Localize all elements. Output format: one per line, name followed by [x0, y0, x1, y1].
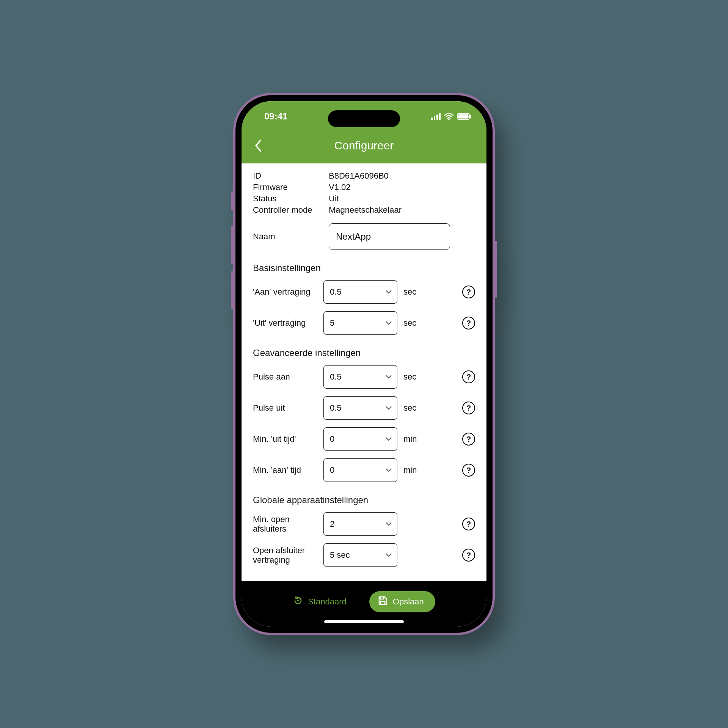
on-delay-value: 0.5 — [330, 287, 342, 297]
svg-rect-6 — [458, 115, 469, 119]
save-button[interactable]: Opslaan — [369, 591, 435, 612]
back-button[interactable] — [251, 138, 266, 153]
min-off-help[interactable]: ? — [462, 433, 475, 446]
pulse-off-value: 0.5 — [330, 403, 342, 413]
min-off-label: Min. 'uit tijd' — [253, 434, 317, 444]
chevron-down-icon — [386, 468, 392, 472]
on-delay-select[interactable]: 0.5 — [323, 280, 397, 304]
reset-default-label: Standaard — [308, 597, 347, 607]
cellular-icon — [431, 113, 441, 120]
info-id-label: ID — [253, 171, 329, 181]
open-delay-label: Open afsluiter vertraging — [253, 546, 317, 565]
status-time: 09:41 — [264, 111, 287, 122]
content-area: ID B8D61A6096B0 Firmware V1.02 Status Ui… — [242, 163, 486, 581]
name-label: Naam — [253, 232, 321, 242]
pulse-on-unit: sec — [403, 372, 422, 382]
min-off-value: 0 — [330, 434, 334, 444]
min-on-value: 0 — [330, 465, 334, 475]
home-indicator — [324, 620, 404, 623]
side-button — [231, 191, 233, 210]
wifi-icon — [444, 113, 454, 120]
min-open-select[interactable]: 2 — [323, 512, 397, 536]
info-mode-label: Controller mode — [253, 205, 329, 215]
info-id-value: B8D61A6096B0 — [329, 171, 475, 181]
min-off-unit: min — [403, 434, 422, 444]
min-open-help[interactable]: ? — [462, 518, 475, 530]
chevron-down-icon — [386, 321, 392, 325]
pulse-off-select[interactable]: 0.5 — [323, 396, 397, 420]
off-delay-help[interactable]: ? — [462, 317, 475, 329]
chevron-down-icon — [386, 290, 392, 294]
chevron-down-icon — [386, 406, 392, 410]
section-advanced-title: Geavanceerde instellingen — [253, 348, 475, 358]
svg-point-8 — [297, 600, 299, 601]
info-status-value: Uit — [329, 194, 475, 204]
info-fw-label: Firmware — [253, 182, 329, 192]
info-mode-value: Magneetschakelaar — [329, 205, 475, 215]
on-delay-help[interactable]: ? — [462, 286, 475, 298]
name-input-value: NextApp — [336, 231, 371, 242]
section-basic-title: Basisinstellingen — [253, 263, 475, 273]
battery-icon — [457, 113, 471, 120]
off-delay-unit: sec — [403, 318, 422, 328]
info-fw-value: V1.02 — [329, 182, 475, 192]
pulse-on-label: Pulse aan — [253, 372, 317, 382]
off-delay-select[interactable]: 5 — [323, 311, 397, 335]
device-info: ID B8D61A6096B0 Firmware V1.02 Status Ui… — [253, 171, 475, 215]
min-on-help[interactable]: ? — [462, 464, 475, 477]
pulse-on-help[interactable]: ? — [462, 370, 475, 383]
chevron-down-icon — [386, 437, 392, 441]
open-delay-value: 5 sec — [330, 550, 350, 560]
volume-up-button — [231, 226, 233, 264]
off-delay-label: 'Uit' vertraging — [253, 318, 317, 328]
svg-rect-2 — [436, 115, 438, 120]
on-delay-label: 'Aan' vertraging — [253, 287, 317, 297]
min-on-unit: min — [403, 465, 422, 475]
chevron-down-icon — [386, 522, 392, 526]
svg-rect-3 — [439, 113, 441, 120]
volume-down-button — [231, 271, 233, 309]
pulse-off-help[interactable]: ? — [462, 402, 475, 414]
min-open-value: 2 — [330, 519, 334, 529]
chevron-down-icon — [386, 553, 392, 557]
power-button — [495, 241, 497, 298]
pulse-on-select[interactable]: 0.5 — [323, 365, 397, 389]
pulse-off-label: Pulse uit — [253, 403, 317, 413]
open-delay-help[interactable]: ? — [462, 549, 475, 562]
page-title: Configureer — [242, 139, 486, 152]
footer-bar: Standaard Opslaan — [242, 581, 486, 627]
dynamic-island — [328, 110, 400, 127]
restore-icon — [293, 595, 303, 608]
save-icon — [378, 596, 388, 608]
name-input[interactable]: NextApp — [329, 223, 450, 250]
pulse-off-unit: sec — [403, 403, 422, 413]
section-global-title: Globale apparaatinstellingen — [253, 495, 475, 505]
info-status-label: Status — [253, 194, 329, 204]
chevron-down-icon — [386, 375, 392, 379]
svg-rect-7 — [470, 115, 471, 118]
off-delay-value: 5 — [330, 318, 334, 328]
min-open-label: Min. open afsluiters — [253, 515, 317, 534]
min-on-label: Min. 'aan' tijd — [253, 465, 317, 475]
svg-point-4 — [448, 119, 450, 120]
reset-default-button[interactable]: Standaard — [293, 595, 347, 608]
min-on-select[interactable]: 0 — [323, 458, 397, 482]
svg-rect-0 — [431, 118, 433, 120]
open-delay-select[interactable]: 5 sec — [323, 543, 397, 567]
on-delay-unit: sec — [403, 287, 422, 297]
svg-rect-1 — [434, 116, 435, 120]
min-off-select[interactable]: 0 — [323, 427, 397, 451]
save-button-label: Opslaan — [393, 597, 424, 607]
phone-frame: 09:41 — [233, 93, 495, 635]
pulse-on-value: 0.5 — [330, 372, 342, 382]
